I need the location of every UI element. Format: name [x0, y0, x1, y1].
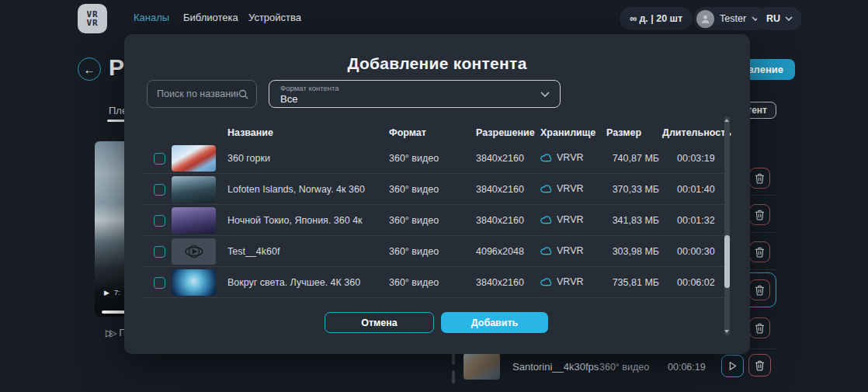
delete-button[interactable]: [749, 204, 770, 225]
scroll-down-icon[interactable]: [724, 330, 729, 333]
person-icon: [700, 14, 710, 24]
delete-button[interactable]: [749, 279, 770, 300]
trash-icon: [755, 284, 765, 296]
play-button[interactable]: [721, 355, 744, 377]
delete-button[interactable]: [749, 317, 770, 338]
video-size: 735,81 МБ: [580, 277, 659, 288]
player-time: 7:: [114, 289, 120, 297]
storage-cell: VRVR: [540, 152, 584, 163]
column-header-duration: Длительность: [662, 127, 731, 138]
video-thumbnail: [464, 353, 500, 380]
storage-cell: VRVR: [540, 214, 584, 225]
video-resolution: 3840x2160: [476, 277, 524, 288]
sphere-video-icon: [184, 244, 204, 259]
player-controls: ▶ 7:: [104, 289, 120, 297]
video-thumbnail: [172, 145, 216, 172]
trash-icon: [755, 359, 765, 371]
app-window: VR VR Каналы Библиотека Устройства ∞ д. …: [0, 0, 868, 392]
trash-icon: [755, 246, 765, 258]
video-thumbnail: [172, 238, 216, 265]
video-size: 370,33 МБ: [580, 184, 659, 195]
language-code: RU: [766, 13, 780, 24]
scrollbar-segment[interactable]: [452, 370, 455, 383]
logo-text: VR: [86, 19, 98, 27]
fast-forward-icon: ▷▷: [106, 328, 113, 338]
video-name: Santorini__4k30fps: [512, 361, 599, 373]
cloud-icon: [540, 278, 552, 286]
video-name: Ночной Токио, Япония. 360 4к: [227, 215, 363, 226]
column-header-resolution: Разрешение: [476, 127, 535, 138]
search-icon: [238, 89, 248, 99]
column-header-size: Размер: [606, 127, 641, 138]
search-input[interactable]: [157, 88, 238, 99]
delete-button[interactable]: [749, 241, 770, 262]
delete-button[interactable]: [748, 354, 771, 376]
video-resolution: 3840x2160: [476, 215, 524, 226]
row-checkbox[interactable]: [154, 215, 165, 227]
modal-title: Добавление контента: [124, 54, 750, 73]
back-button[interactable]: ←: [78, 57, 101, 81]
add-button[interactable]: Добавить: [441, 312, 548, 333]
language-selector[interactable]: RU: [757, 7, 802, 30]
video-duration: 00:01:32: [677, 215, 715, 226]
cloud-icon: [540, 185, 552, 193]
storage-cell: VRVR: [540, 276, 584, 287]
cloud-icon: [540, 154, 552, 162]
cancel-button[interactable]: Отмена: [325, 312, 434, 333]
video-size: 341,83 МБ: [580, 215, 659, 226]
cloud-icon: [540, 216, 552, 224]
video-format: 360° видео: [389, 277, 439, 288]
video-name: Вокруг света. Лучшее. 4К 360: [227, 277, 360, 288]
playlist-hint: ▷▷ П: [106, 328, 126, 338]
search-field: [147, 80, 257, 108]
video-format: 360° видео: [389, 184, 439, 195]
video-name: 360 горки: [227, 153, 270, 164]
table-row[interactable]: Ночной Токио, Япония. 360 4к 360° видео …: [141, 205, 728, 236]
video-duration: 00:06:19: [668, 362, 706, 373]
video-duration: 00:03:19: [677, 153, 715, 164]
select-value: Все: [280, 93, 549, 105]
video-name: Test__4k60f: [227, 246, 279, 257]
cloud-icon: [540, 247, 552, 255]
table-row[interactable]: Вокруг света. Лучшее. 4К 360 360° видео …: [141, 267, 728, 298]
nav-item-channels[interactable]: Каналы: [134, 12, 169, 23]
video-format: 360° видео: [389, 153, 439, 164]
storage-cell: VRVR: [540, 183, 584, 194]
table-row[interactable]: Lofoten Islands, Norway. 4к 360 360° вид…: [141, 174, 728, 205]
row-checkbox[interactable]: [154, 277, 165, 289]
chevron-down-icon: [540, 92, 550, 97]
column-header-storage: Хранилище: [540, 127, 595, 138]
play-icon: [728, 361, 737, 371]
trash-icon: [755, 209, 765, 220]
video-resolution: 3840x2160: [476, 184, 524, 195]
chevron-down-icon: [785, 16, 793, 21]
column-header-format: Формат: [389, 127, 426, 138]
table-row[interactable]: Test__4k60f 360° видео 4096x2048 VRVR 30…: [141, 236, 728, 267]
add-content-modal: Добавление контента Формат контента Все …: [124, 34, 750, 354]
video-name: Lofoten Islands, Norway. 4к 360: [227, 184, 365, 195]
row-checkbox[interactable]: [154, 246, 165, 258]
trash-icon: [755, 322, 765, 334]
scrollbar[interactable]: [724, 116, 730, 335]
play-icon[interactable]: ▶: [104, 289, 109, 297]
table-row[interactable]: 360 горки 360° видео 3840x2160 VRVR 740,…: [141, 143, 728, 174]
nav-item-devices[interactable]: Устройства: [248, 12, 301, 23]
video-duration: 00:01:40: [677, 184, 715, 195]
quota-text: ∞ д. | 20 шт: [630, 13, 682, 24]
row-checkbox[interactable]: [154, 153, 165, 165]
video-duration: 00:06:02: [677, 277, 715, 288]
nav-item-library[interactable]: Библиотека: [183, 12, 238, 23]
format-select[interactable]: Формат контента Все: [269, 80, 561, 108]
video-thumbnail: [172, 207, 216, 234]
video-resolution: 4096x2048: [476, 246, 524, 257]
row-checkbox[interactable]: [154, 184, 165, 196]
scroll-up-icon[interactable]: [724, 119, 729, 122]
select-label: Формат контента: [280, 84, 549, 92]
app-logo[interactable]: VR VR: [78, 4, 107, 33]
page-title: Р: [109, 54, 124, 81]
delete-button[interactable]: [749, 168, 770, 189]
scrollbar-thumb[interactable]: [724, 235, 730, 288]
video-size: 303,98 МБ: [580, 246, 659, 257]
video-resolution: 3840x2160: [476, 153, 524, 164]
storage-cell: VRVR: [540, 245, 584, 256]
